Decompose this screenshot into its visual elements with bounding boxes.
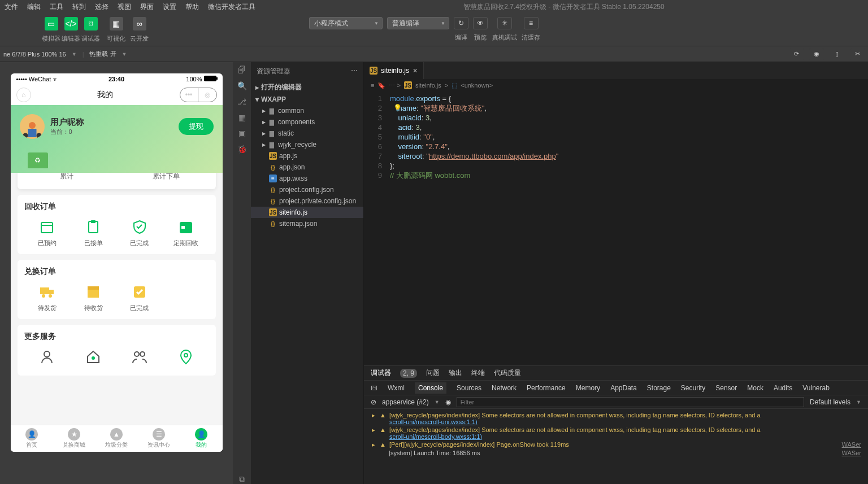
tab-problems[interactable]: 问题 — [426, 368, 440, 378]
exchange-pending-receive[interactable]: 待收货 — [70, 284, 116, 312]
remote-debug-button[interactable]: ✳ — [497, 17, 512, 29]
tab-mall[interactable]: ★兑换商城 — [53, 425, 96, 452]
sim-cut-button[interactable]: ✂ — [850, 48, 865, 60]
list-icon[interactable]: ≡ — [371, 82, 374, 89]
folder-components[interactable]: ▸▇components — [251, 116, 363, 128]
menu-ui[interactable]: 界面 — [140, 2, 154, 12]
order-booked[interactable]: 已预约 — [24, 219, 71, 247]
debugger-button[interactable]: ⌑ — [84, 17, 98, 30]
file-project-config[interactable]: {}project.config.json — [251, 184, 363, 195]
bug-icon[interactable]: 🐞 — [237, 145, 247, 154]
root-folder[interactable]: ▾WXAPP — [251, 94, 363, 105]
service-1[interactable] — [24, 348, 71, 369]
eye-icon[interactable]: ◉ — [445, 398, 451, 406]
sub-mock[interactable]: Mock — [747, 384, 763, 392]
service-2[interactable] — [70, 348, 116, 369]
filter-input[interactable] — [457, 397, 804, 407]
menu-help[interactable]: 帮助 — [185, 2, 199, 12]
sub-sources[interactable]: Sources — [457, 384, 481, 392]
layout-icon[interactable]: ▦ — [238, 113, 246, 122]
bookmark-icon[interactable]: 🔖 — [377, 82, 385, 89]
tab-debugger[interactable]: 调试器 — [371, 368, 391, 378]
open-editors-group[interactable]: ▸打开的编辑器 — [251, 81, 363, 94]
levels-select[interactable]: Default levels — [810, 398, 850, 406]
file-app-wxss[interactable]: ≡app.wxss — [251, 173, 363, 184]
folder-common[interactable]: ▸▇common — [251, 105, 363, 116]
tab-quality[interactable]: 代码质量 — [494, 368, 521, 378]
sim-refresh-button[interactable]: ⟳ — [789, 48, 804, 60]
menu-tools[interactable]: 工具 — [50, 2, 63, 12]
order-accepted[interactable]: 已接单 — [70, 219, 116, 247]
tab-siteinfo[interactable]: JSsiteinfo.js✕ — [364, 62, 424, 79]
hot-reload-toggle[interactable]: 热重载 开 — [89, 50, 116, 58]
sim-phone-button[interactable]: ▯ — [830, 48, 844, 60]
crumb-file[interactable]: siteinfo.js — [415, 82, 441, 89]
withdraw-button[interactable]: 提现 — [179, 118, 214, 135]
home-icon[interactable]: ⌂ — [16, 88, 31, 102]
clear-icon[interactable]: ⊘ — [371, 398, 376, 406]
service-3[interactable] — [116, 348, 163, 369]
file-app-js[interactable]: JSapp.js — [251, 150, 363, 162]
simulator-button[interactable]: ▭ — [45, 17, 58, 30]
more-icon[interactable]: ⋯ — [351, 67, 358, 76]
sim-record-button[interactable]: ◉ — [809, 48, 824, 60]
exchange-done[interactable]: 已完成 — [116, 284, 163, 312]
breadcrumb[interactable]: ≡🔖 ⋯ >JSsiteinfo.js>⬚<unknown> — [364, 79, 868, 91]
files-icon[interactable]: 🗐 — [238, 66, 246, 75]
compile-button[interactable]: ↻ — [454, 17, 468, 29]
cloud-button[interactable]: ∞ — [133, 17, 146, 30]
log-source[interactable]: WASer — [842, 441, 861, 448]
sub-audits[interactable]: Audits — [774, 384, 792, 392]
sub-memory[interactable]: Memory — [576, 384, 600, 392]
sub-storage[interactable]: Storage — [647, 384, 671, 392]
sub-network[interactable]: Network — [492, 384, 517, 392]
code-editor[interactable]: 💡 1module.exports = { 2 name: "智慧废品回收系统"… — [364, 91, 868, 365]
menu-wx[interactable]: 微信开发者工具 — [208, 2, 255, 12]
file-sitemap[interactable]: {}sitemap.json — [251, 218, 363, 229]
file-app-json[interactable]: {}app.json — [251, 162, 363, 173]
sub-security[interactable]: Security — [681, 384, 705, 392]
more-icon[interactable]: ••• — [180, 88, 198, 102]
log-source[interactable]: WASer — [842, 450, 861, 456]
tab-terminal[interactable]: 终端 — [471, 368, 485, 378]
service-4[interactable] — [163, 348, 209, 369]
device-select[interactable]: ne 6/7/8 Plus 100% 16 — [3, 51, 66, 58]
inspect-icon[interactable]: ⮹ — [371, 384, 377, 392]
menu-goto[interactable]: 转到 — [72, 2, 86, 12]
menu-settings[interactable]: 设置 — [163, 2, 176, 12]
tab-news[interactable]: ☰资讯中心 — [138, 425, 180, 452]
folder-static[interactable]: ▸▇static — [251, 128, 363, 139]
menu-view[interactable]: 视图 — [118, 2, 131, 12]
capsule-button[interactable]: •••◎ — [180, 88, 217, 102]
mode-select[interactable]: 小程序模式 — [309, 17, 383, 29]
order-done[interactable]: 已完成 — [116, 219, 163, 247]
file-siteinfo[interactable]: JSsiteinfo.js — [251, 207, 363, 218]
search-icon[interactable]: 🔍 — [237, 81, 247, 90]
context-select[interactable]: appservice (#2) — [382, 398, 429, 406]
sub-wxml[interactable]: Wxml — [388, 384, 405, 392]
branch-icon[interactable]: ⎇ — [237, 97, 246, 106]
close-icon[interactable]: ✕ — [413, 67, 418, 75]
visual-button[interactable]: ▦ — [110, 17, 123, 30]
menu-select[interactable]: 选择 — [95, 2, 108, 12]
tab-mine[interactable]: 👤我的 — [180, 425, 223, 452]
lightbulb-icon[interactable]: 💡 — [393, 103, 402, 113]
more-icon[interactable]: ⧉ — [239, 474, 245, 484]
sub-appdata[interactable]: AppData — [610, 384, 637, 392]
box-icon[interactable]: ▣ — [238, 129, 246, 138]
preview-button[interactable]: 👁 — [473, 17, 488, 29]
order-schedule[interactable]: 定期回收 — [163, 219, 209, 247]
tab-home[interactable]: 👤首页 — [11, 425, 53, 452]
target-icon[interactable]: ◎ — [198, 88, 216, 102]
tab-output[interactable]: 输出 — [449, 368, 462, 378]
avatar[interactable] — [20, 114, 45, 139]
sub-sensor[interactable]: Sensor — [715, 384, 737, 392]
sub-console[interactable]: Console — [415, 382, 446, 394]
exchange-pending-ship[interactable]: 待发货 — [24, 284, 71, 312]
compile-select[interactable]: 普通编译 — [387, 17, 449, 29]
crumb-symbol[interactable]: <unknown> — [461, 82, 493, 89]
clear-cache-button[interactable]: ≡ — [524, 17, 539, 29]
folder-wjyk[interactable]: ▸▇wjyk_recycle — [251, 139, 363, 150]
file-project-private[interactable]: {}project.private.config.json — [251, 195, 363, 207]
menu-edit[interactable]: 编辑 — [27, 2, 41, 12]
